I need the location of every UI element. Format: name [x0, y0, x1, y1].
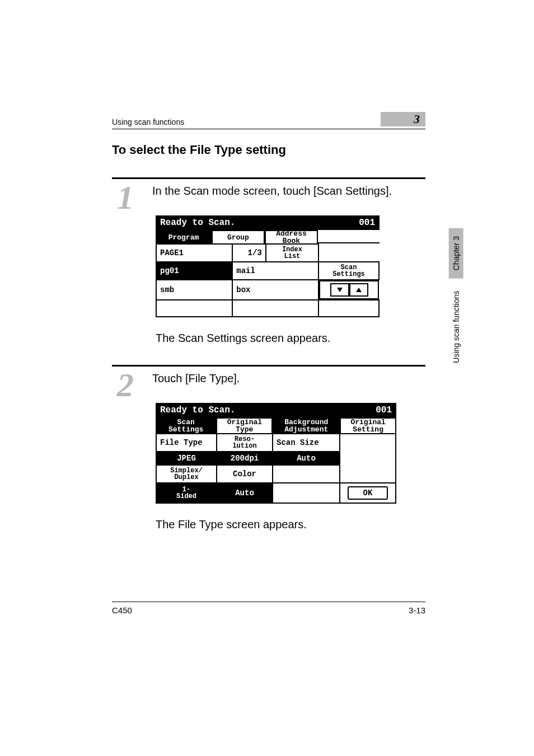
- scan-size-button[interactable]: Auto: [273, 452, 340, 465]
- lcd1-count: 001: [341, 218, 380, 228]
- tab-group[interactable]: Group: [212, 230, 265, 243]
- side-tab-chapter-chip: Chapter 3: [449, 228, 463, 278]
- color-label: Color: [217, 465, 273, 483]
- side-tab-text: Using scan functions: [452, 290, 461, 363]
- lcd1-page-label: PAGE1: [156, 244, 232, 262]
- chapter-number-badge: 3: [381, 112, 425, 126]
- tab-original-type[interactable]: Original Type: [216, 417, 273, 433]
- step-1-after-text: The Scan Settings screen appears.: [156, 332, 425, 345]
- svg-marker-0: [337, 288, 343, 292]
- step-1-number: 1: [112, 184, 139, 212]
- lcd1-dest-mail[interactable]: mail: [232, 262, 318, 280]
- file-type-label: File Type: [156, 434, 217, 452]
- tab-address-book[interactable]: Address Book: [265, 230, 318, 243]
- scan-settings-button[interactable]: Scan Settings: [318, 262, 379, 280]
- scroll-up-button[interactable]: [349, 283, 368, 297]
- lcd1-page-of: 1/3: [232, 244, 266, 262]
- lcd-screen-1: Ready to Scan. 001 Program Group Address…: [156, 215, 380, 317]
- footer-page-number: 3-13: [409, 605, 425, 615]
- lcd-screen-2: Ready to Scan. 001 Scan Settings Origina…: [156, 403, 396, 504]
- simplex-duplex-label: Simplex/ Duplex: [156, 465, 217, 483]
- step-2-number: 2: [112, 371, 139, 400]
- section-title: To select the File Type setting: [112, 143, 425, 157]
- svg-marker-1: [356, 288, 362, 292]
- running-header-text: Using scan functions: [112, 118, 184, 126]
- resolution-label: Reso- lution: [217, 434, 273, 452]
- lcd1-scroll-buttons: [319, 280, 379, 299]
- lcd1-status: Ready to Scan.: [156, 218, 341, 228]
- step-2-rule: [112, 365, 425, 367]
- tab-original-setting[interactable]: Original Setting: [340, 417, 396, 433]
- arrow-up-icon: [355, 287, 363, 293]
- page-footer: C450 3-13: [112, 602, 425, 615]
- step-2-after-text: The File Type screen appears.: [156, 518, 425, 531]
- resolution-button[interactable]: 200dpi: [217, 452, 273, 465]
- lcd1-dest-box[interactable]: box: [232, 280, 318, 300]
- color-button[interactable]: Auto: [217, 483, 273, 503]
- lcd2-count: 001: [358, 405, 396, 415]
- tab-program[interactable]: Program: [156, 230, 212, 243]
- step-1-text: In the Scan mode screen, touch [Scan Set…: [152, 184, 425, 199]
- lcd1-index-list-button[interactable]: Index List: [266, 244, 318, 262]
- arrow-down-icon: [336, 287, 344, 293]
- side-tab: Using scan functions Chapter 3: [449, 228, 463, 363]
- tab-background-adjustment[interactable]: Background Adjustment: [273, 417, 340, 433]
- lcd1-dest-smb[interactable]: smb: [156, 280, 232, 300]
- ok-button[interactable]: OK: [348, 486, 388, 500]
- tab-scan-settings[interactable]: Scan Settings: [156, 417, 216, 433]
- simplex-duplex-button[interactable]: 1- Sided: [156, 483, 217, 503]
- scroll-down-button[interactable]: [330, 283, 349, 297]
- lcd2-status: Ready to Scan.: [156, 405, 358, 415]
- scan-size-label: Scan Size: [273, 434, 340, 452]
- file-type-button[interactable]: JPEG: [156, 452, 217, 465]
- lcd1-dest-pg01[interactable]: pg01: [156, 262, 232, 280]
- footer-model: C450: [112, 605, 132, 615]
- section-rule: [112, 177, 425, 179]
- step-2-text: Touch [File Type].: [152, 371, 425, 386]
